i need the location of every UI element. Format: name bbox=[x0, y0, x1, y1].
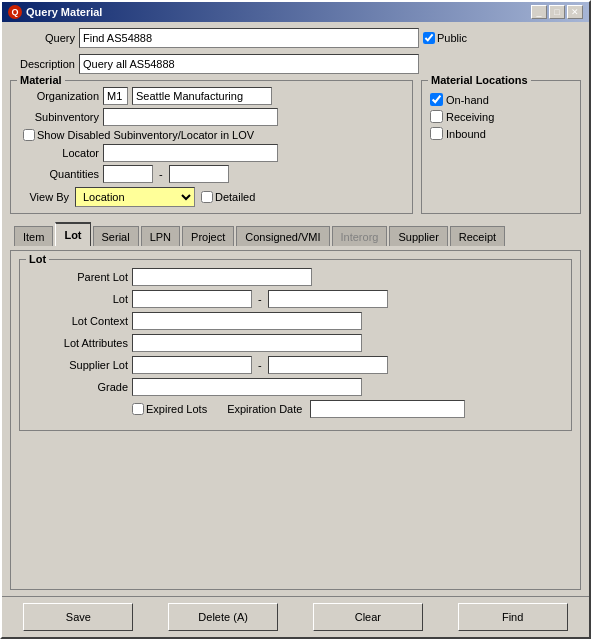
grade-row: Grade bbox=[28, 378, 563, 396]
tab-item[interactable]: Item bbox=[14, 226, 53, 246]
org-name-input[interactable] bbox=[132, 87, 272, 105]
material-area: Material Organization Subinventory S bbox=[10, 80, 581, 214]
tab-project[interactable]: Project bbox=[182, 226, 234, 246]
expiration-date-input[interactable] bbox=[310, 400, 465, 418]
qty-dash: - bbox=[159, 168, 163, 180]
minimize-button[interactable]: _ bbox=[531, 5, 547, 19]
lot-context-label: Lot Context bbox=[28, 315, 128, 327]
qty2-input[interactable] bbox=[169, 165, 229, 183]
sub-row: Subinventory bbox=[19, 108, 404, 126]
tab-content-area: Lot Parent Lot Lot - Lot Context bbox=[10, 250, 581, 590]
maximize-button[interactable]: □ bbox=[549, 5, 565, 19]
receiving-text: Receiving bbox=[446, 111, 494, 123]
bottom-bar: Save Delete (A) Clear Find bbox=[2, 596, 589, 637]
close-button[interactable]: ✕ bbox=[567, 5, 583, 19]
on-hand-label[interactable]: On-hand bbox=[430, 93, 572, 106]
org-row: Organization bbox=[19, 87, 404, 105]
detailed-checkbox[interactable] bbox=[201, 191, 213, 203]
lot-input1[interactable] bbox=[132, 290, 252, 308]
view-by-row: View By Location Item Lot Detailed bbox=[19, 187, 404, 207]
tabs-bar: Item Lot Serial LPN Project Consigned/VM… bbox=[10, 222, 581, 246]
lot-attributes-input[interactable] bbox=[132, 334, 362, 352]
tab-receipt[interactable]: Receipt bbox=[450, 226, 505, 246]
lot-context-row: Lot Context bbox=[28, 312, 563, 330]
tab-lpn[interactable]: LPN bbox=[141, 226, 180, 246]
query-input[interactable] bbox=[79, 28, 419, 48]
locator-label: Locator bbox=[19, 147, 99, 159]
supplier-lot-label: Supplier Lot bbox=[28, 359, 128, 371]
quantities-row: Quantities - bbox=[19, 165, 404, 183]
receiving-checkbox[interactable] bbox=[430, 110, 443, 123]
tab-lot[interactable]: Lot bbox=[55, 222, 90, 246]
expired-lots-text: Expired Lots bbox=[146, 403, 207, 415]
expired-lots-label[interactable]: Expired Lots bbox=[132, 403, 207, 415]
public-checkbox[interactable] bbox=[423, 32, 435, 44]
material-group-title: Material bbox=[17, 74, 65, 86]
title-bar: Q Query Material _ □ ✕ bbox=[2, 2, 589, 22]
receiving-label[interactable]: Receiving bbox=[430, 110, 572, 123]
quantities-label: Quantities bbox=[19, 168, 99, 180]
find-button[interactable]: Find bbox=[458, 603, 568, 631]
locator-input[interactable] bbox=[103, 144, 278, 162]
description-label: Description bbox=[10, 58, 75, 70]
tab-supplier[interactable]: Supplier bbox=[389, 226, 447, 246]
query-row: Query Public bbox=[10, 28, 581, 48]
supplier-lot-row: Supplier Lot - bbox=[28, 356, 563, 374]
lot-dash: - bbox=[258, 293, 262, 305]
lot-context-input[interactable] bbox=[132, 312, 362, 330]
lot-attributes-row: Lot Attributes bbox=[28, 334, 563, 352]
tab-consigned[interactable]: Consigned/VMI bbox=[236, 226, 329, 246]
org-label: Organization bbox=[19, 90, 99, 102]
save-button[interactable]: Save bbox=[23, 603, 133, 631]
on-hand-checkbox[interactable] bbox=[430, 93, 443, 106]
detailed-checkbox-label[interactable]: Detailed bbox=[201, 191, 255, 203]
grade-label: Grade bbox=[28, 381, 128, 393]
parent-lot-label: Parent Lot bbox=[28, 271, 128, 283]
locations-radio-group: On-hand Receiving Inbound bbox=[430, 93, 572, 140]
inbound-text: Inbound bbox=[446, 128, 486, 140]
main-window: Q Query Material _ □ ✕ Query Public Desc… bbox=[0, 0, 591, 639]
query-label: Query bbox=[10, 32, 75, 44]
tab-interorg: Interorg bbox=[332, 226, 388, 246]
lot-group-title: Lot bbox=[26, 253, 49, 265]
detailed-label: Detailed bbox=[215, 191, 255, 203]
app-icon: Q bbox=[8, 5, 22, 19]
description-input[interactable] bbox=[79, 54, 419, 74]
material-locations-group: Material Locations On-hand Receiving Inb… bbox=[421, 80, 581, 214]
public-checkbox-label[interactable]: Public bbox=[423, 32, 467, 44]
supplier-lot-input1[interactable] bbox=[132, 356, 252, 374]
qty1-input[interactable] bbox=[103, 165, 153, 183]
on-hand-text: On-hand bbox=[446, 94, 489, 106]
inbound-checkbox[interactable] bbox=[430, 127, 443, 140]
lot-attributes-label: Lot Attributes bbox=[28, 337, 128, 349]
delete-button[interactable]: Delete (A) bbox=[168, 603, 278, 631]
expiration-date-label: Expiration Date bbox=[227, 403, 302, 415]
grade-input[interactable] bbox=[132, 378, 362, 396]
window-title: Query Material bbox=[26, 6, 102, 18]
lot-row: Lot - bbox=[28, 290, 563, 308]
description-row: Description bbox=[10, 54, 581, 74]
show-disabled-text: Show Disabled Subinventory/Locator in LO… bbox=[37, 129, 254, 141]
clear-button[interactable]: Clear bbox=[313, 603, 423, 631]
lot-input2[interactable] bbox=[268, 290, 388, 308]
inbound-label[interactable]: Inbound bbox=[430, 127, 572, 140]
public-label: Public bbox=[437, 32, 467, 44]
org-input[interactable] bbox=[103, 87, 128, 105]
lot-group: Lot Parent Lot Lot - Lot Context bbox=[19, 259, 572, 431]
view-by-select[interactable]: Location Item Lot bbox=[75, 187, 195, 207]
sub-input[interactable] bbox=[103, 108, 278, 126]
supplier-lot-dash: - bbox=[258, 359, 262, 371]
expired-row: Expired Lots Expiration Date bbox=[28, 400, 563, 418]
view-by-label: View By bbox=[19, 191, 69, 203]
tab-serial[interactable]: Serial bbox=[93, 226, 139, 246]
material-group: Material Organization Subinventory S bbox=[10, 80, 413, 214]
locator-row: Locator bbox=[19, 144, 404, 162]
supplier-lot-input2[interactable] bbox=[268, 356, 388, 374]
content-area: Query Public Description Material Organi… bbox=[2, 22, 589, 596]
sub-label: Subinventory bbox=[19, 111, 99, 123]
show-disabled-checkbox[interactable] bbox=[23, 129, 35, 141]
parent-lot-row: Parent Lot bbox=[28, 268, 563, 286]
expired-lots-checkbox[interactable] bbox=[132, 403, 144, 415]
parent-lot-input[interactable] bbox=[132, 268, 312, 286]
show-disabled-label[interactable]: Show Disabled Subinventory/Locator in LO… bbox=[23, 129, 254, 141]
